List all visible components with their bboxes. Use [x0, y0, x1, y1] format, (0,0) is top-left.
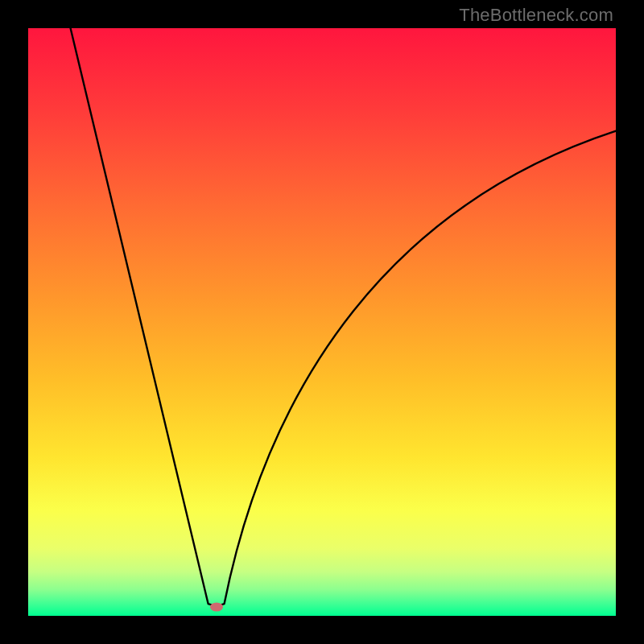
bottleneck-curve [28, 28, 616, 616]
optimal-point-marker [210, 603, 223, 612]
plot-area [28, 28, 616, 616]
chart-frame: TheBottleneck.com [0, 0, 644, 644]
watermark-label: TheBottleneck.com [459, 5, 613, 26]
curve-path [71, 28, 616, 605]
